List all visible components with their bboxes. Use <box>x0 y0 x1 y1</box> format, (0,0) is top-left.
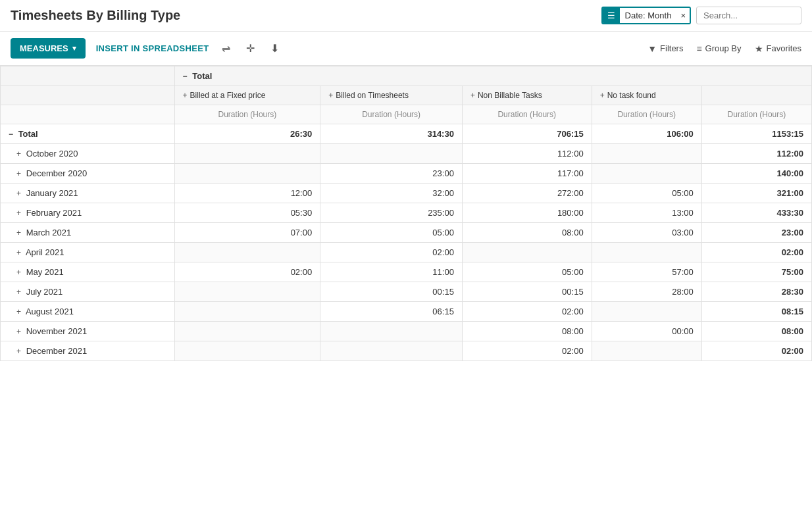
cell-6-0: 02:00 <box>174 262 320 282</box>
cell-10-3 <box>592 341 701 361</box>
row-label-1[interactable]: + December 2020 <box>1 164 175 184</box>
row-label-3[interactable]: + February 2021 <box>1 203 175 223</box>
filter-icon: ▼ <box>647 43 657 54</box>
insert-spreadsheet-button[interactable]: INSERT IN SPREADSHEET <box>96 43 209 53</box>
col-expand-icon-4: + <box>600 91 605 100</box>
col-header-duration-total <box>701 86 811 105</box>
favorites-button[interactable]: ★ Favorites <box>755 43 801 54</box>
cell-4-1: 05:00 <box>320 223 463 243</box>
cell-6-4: 75:00 <box>701 262 811 282</box>
cell-0-0 <box>174 144 320 164</box>
cell-2-1: 32:00 <box>320 184 463 203</box>
sub-header-non-billable: Duration (Hours) <box>462 105 592 124</box>
table-row: + March 202107:0005:0008:0003:0023:00 <box>1 223 812 243</box>
group-by-icon: ≡ <box>696 43 701 54</box>
row-label-0[interactable]: + October 2020 <box>1 144 175 164</box>
expand-icon: + <box>16 287 21 297</box>
cell-2-2: 272:00 <box>462 184 592 203</box>
table-row: + November 202108:0000:0008:00 <box>1 322 812 341</box>
cell-9-0 <box>174 322 320 341</box>
col-header-non-billable[interactable]: +Non Billable Tasks <box>462 86 592 105</box>
filters-button[interactable]: ▼ Filters <box>647 43 683 54</box>
group-by-button[interactable]: ≡ Group By <box>696 43 741 54</box>
date-filter-label: Date: Month <box>620 8 677 23</box>
col-header-fixed[interactable]: +Billed at a Fixed price <box>174 86 320 105</box>
expand-icon: + <box>16 268 21 277</box>
table-row: + December 202023:00117:00140:00 <box>1 164 812 184</box>
total-row: − Total26:30314:30706:15106:001153:15 <box>1 124 812 144</box>
sub-header-timesheets: Duration (Hours) <box>320 105 463 124</box>
col-expand-icon-3: + <box>470 91 475 100</box>
download-button[interactable]: ⬇ <box>268 41 282 56</box>
col-header-no-task[interactable]: +No task found <box>592 86 701 105</box>
row-label-6[interactable]: + May 2021 <box>1 262 175 282</box>
cell-2-0: 12:00 <box>174 184 320 203</box>
table-row: + May 202102:0011:0005:0057:0075:00 <box>1 262 812 282</box>
row-label-7[interactable]: + July 2021 <box>1 282 175 302</box>
cell-0-1 <box>320 144 463 164</box>
pivot-table: − Total +Billed at a Fixed price +Billed… <box>0 66 812 361</box>
cell-5-3 <box>592 243 701 262</box>
total-collapse-icon[interactable]: − <box>9 130 13 139</box>
cell-9-3: 00:00 <box>592 322 701 341</box>
table-row: + July 202100:1500:1528:0028:30 <box>1 282 812 302</box>
cell-0-3 <box>592 144 701 164</box>
cell-6-1: 11:00 <box>320 262 463 282</box>
cell-9-1 <box>320 322 463 341</box>
expand-icon: + <box>16 169 21 178</box>
page-title: Timesheets By Billing Type <box>11 8 180 23</box>
search-input[interactable] <box>696 7 801 24</box>
measures-button[interactable]: MEASURES <box>11 38 86 59</box>
row-label-5[interactable]: + April 2021 <box>1 243 175 262</box>
cell-5-4: 02:00 <box>701 243 811 262</box>
cell-7-3: 28:00 <box>592 282 701 302</box>
toolbar-right: ▼ Filters ≡ Group By ★ Favorites <box>647 43 801 54</box>
expand-icon: + <box>16 327 21 336</box>
sub-header-total: Duration (Hours) <box>701 105 811 124</box>
cell-1-3 <box>592 164 701 184</box>
cell-0-2: 112:00 <box>462 144 592 164</box>
move-button[interactable]: ✛ <box>243 41 257 56</box>
expand-icon: + <box>16 307 21 316</box>
toolbar: MEASURES INSERT IN SPREADSHEET ⇌ ✛ ⬇ ▼ F… <box>0 32 812 66</box>
cell-6-2: 05:00 <box>462 262 592 282</box>
header-row-label-col <box>1 86 175 105</box>
cell-2-3: 05:00 <box>592 184 701 203</box>
swap-button[interactable]: ⇌ <box>219 41 233 56</box>
cell-7-0 <box>174 282 320 302</box>
date-filter-btn[interactable]: ☰ Date: Month × <box>601 7 691 24</box>
row-label-10[interactable]: + December 2021 <box>1 341 175 361</box>
cell-5-1: 02:00 <box>320 243 463 262</box>
total-value-4: 1153:15 <box>701 124 811 144</box>
header-group-row: − Total <box>1 66 812 86</box>
cell-3-1: 235:00 <box>320 203 463 223</box>
swap-icon: ⇌ <box>222 43 230 54</box>
total-value-3: 106:00 <box>592 124 701 144</box>
cell-7-1: 00:15 <box>320 282 463 302</box>
row-label-4[interactable]: + March 2021 <box>1 223 175 243</box>
table-row: + December 202102:0002:00 <box>1 341 812 361</box>
cell-8-0 <box>174 302 320 322</box>
col-expand-icon-2: + <box>328 91 333 100</box>
row-label-9[interactable]: + November 2021 <box>1 322 175 341</box>
cell-9-2: 08:00 <box>462 322 592 341</box>
expand-icon: + <box>16 149 21 159</box>
cell-7-2: 00:15 <box>462 282 592 302</box>
cell-1-2: 117:00 <box>462 164 592 184</box>
cell-5-0 <box>174 243 320 262</box>
sub-header-fixed: Duration (Hours) <box>174 105 320 124</box>
row-label-2[interactable]: + January 2021 <box>1 184 175 203</box>
top-bar-right: ☰ Date: Month × <box>601 7 801 24</box>
cell-10-0 <box>174 341 320 361</box>
cell-1-1: 23:00 <box>320 164 463 184</box>
move-icon: ✛ <box>246 43 255 54</box>
cell-0-4: 112:00 <box>701 144 811 164</box>
row-label-8[interactable]: + August 2021 <box>1 302 175 322</box>
col-header-timesheets[interactable]: +Billed on Timesheets <box>320 86 463 105</box>
cell-8-1: 06:15 <box>320 302 463 322</box>
cell-4-3: 03:00 <box>592 223 701 243</box>
header-col-row: +Billed at a Fixed price +Billed on Time… <box>1 86 812 105</box>
date-filter-close[interactable]: × <box>676 8 690 23</box>
total-value-1: 314:30 <box>320 124 463 144</box>
download-icon: ⬇ <box>270 43 279 54</box>
